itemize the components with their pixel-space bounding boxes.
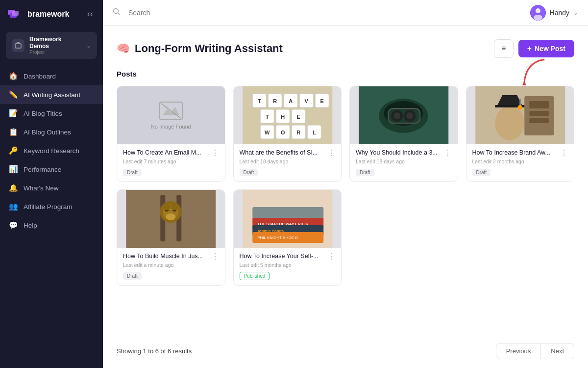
posts-grid: No Image Found How To Create An Email M.… [117, 86, 574, 286]
post-card[interactable]: No Image Found How To Create An Email M.… [117, 86, 225, 182]
nav-label-performance: Performance [24, 166, 61, 173]
post-title: How To Create An Email M... [123, 149, 209, 156]
page-title-emoji: 🧠 [117, 42, 130, 55]
logo-area: bramework [8, 9, 69, 20]
svg-text:H: H [281, 114, 285, 120]
nav-icon-affiliate: 👥 [9, 202, 18, 211]
nav-icon-ai-blog-outlines: 📋 [9, 128, 18, 136]
previous-button[interactable]: Previous [496, 343, 541, 359]
search-input[interactable] [128, 9, 522, 17]
svg-text:R: R [296, 130, 300, 135]
svg-text:A: A [289, 98, 293, 104]
svg-text:PHIL KNIGHT  SHOE D: PHIL KNIGHT SHOE D [257, 236, 298, 240]
plus-icon: + [527, 44, 532, 53]
post-card[interactable]: How To Increase Brand Aw... ⋮ Last edit … [466, 86, 575, 182]
post-title-row: How To Create An Email M... ⋮ [123, 149, 219, 157]
svg-text:O: O [280, 130, 285, 135]
sidebar-item-performance[interactable]: 📊 Performance [0, 160, 103, 179]
nav-icon-help: 💬 [9, 221, 18, 230]
svg-point-51 [495, 106, 524, 140]
svg-rect-49 [529, 111, 549, 116]
user-name: Handy [550, 9, 569, 17]
svg-point-55 [517, 105, 522, 110]
project-selector[interactable]: Bramework Demos Project ⌄ [6, 32, 97, 59]
sidebar-item-dashboard[interactable]: 🏠 Dashboard [0, 67, 103, 85]
nav-label-affiliate: Affiliate Program [24, 203, 73, 210]
project-label: Project [29, 50, 81, 55]
list-view-button[interactable]: ≡ [494, 39, 514, 58]
svg-rect-2 [12, 11, 19, 16]
post-menu-button[interactable]: ⋮ [327, 149, 335, 157]
post-info: How To Increase Your Self-... ⋮ Last edi… [234, 248, 342, 285]
user-chevron-icon: ⌄ [573, 9, 578, 16]
nav-icon-keyword-research: 🔑 [9, 146, 18, 155]
post-title-row: What are the Benefits of SI... ⋮ [240, 149, 336, 157]
post-title-row: How To Build Muscle In Jus... ⋮ [123, 253, 219, 261]
nav-list: 🏠 Dashboard ✏️ AI Writing Assistant 📝 AI… [0, 63, 103, 368]
topbar: Handy ⌄ [103, 0, 588, 26]
svg-rect-48 [529, 101, 549, 108]
post-date: Last edit 7 minutes ago [123, 158, 219, 164]
post-date: Last edit a minute ago [123, 262, 219, 268]
list-view-icon: ≡ [501, 44, 506, 53]
sidebar-header: bramework ‹‹ [0, 0, 103, 28]
logo-text: bramework [27, 10, 69, 19]
post-date: Last edit 5 months ago [240, 262, 336, 268]
post-card[interactable]: Why You Should Include a 3... ⋮ Last edi… [349, 86, 458, 182]
sidebar-item-affiliate[interactable]: 👥 Affiliate Program [0, 197, 103, 216]
post-title: Why You Should Include a 3... [356, 149, 442, 156]
svg-point-65 [163, 203, 171, 210]
svg-text:T: T [257, 98, 261, 104]
new-post-label: New Post [535, 45, 565, 53]
sidebar-item-ai-blog-titles[interactable]: 📝 AI Blog Titles [0, 104, 103, 123]
sidebar-item-ai-writing[interactable]: ✏️ AI Writing Assistant [0, 85, 103, 104]
post-status-badge: Draft [472, 169, 491, 176]
post-card[interactable]: How To Build Muscle In Jus... ⋮ Last edi… [117, 189, 225, 286]
sidebar-item-ai-blog-outlines[interactable]: 📋 AI Blog Outlines [0, 123, 103, 141]
post-thumbnail: TRAVETHEWORL [234, 86, 342, 144]
svg-text:R: R [273, 98, 277, 104]
content-area: 🧠 Long-Form Writing Assistant ≡ + New Po… [103, 26, 588, 334]
avatar-image [530, 5, 546, 21]
post-status-badge: Draft [356, 169, 374, 176]
sidebar-collapse-button[interactable]: ‹‹ [85, 7, 95, 21]
post-card[interactable]: TRAVETHEWORL What are the Benefits of SI… [233, 86, 342, 182]
project-name: Bramework Demos [29, 36, 81, 50]
nav-label-whats-new: What's New [24, 184, 59, 192]
post-title-row: Why You Should Include a 3... ⋮ [356, 149, 452, 157]
post-info: Why You Should Include a 3... ⋮ Last edi… [350, 144, 458, 181]
post-thumbnail [466, 86, 574, 144]
user-area[interactable]: Handy ⌄ [530, 5, 578, 21]
post-date: Last edit 18 days ago [356, 158, 452, 164]
new-post-button[interactable]: + New Post [518, 40, 574, 57]
post-info: How To Increase Brand Aw... ⋮ Last edit … [466, 144, 574, 181]
sidebar-item-keyword-research[interactable]: 🔑 Keyword Research [0, 141, 103, 160]
post-status-badge: Published [240, 272, 270, 280]
header-actions: ≡ + New Post [494, 39, 574, 58]
logo-icon [8, 9, 24, 20]
project-icon [12, 39, 24, 52]
sidebar-item-help[interactable]: 💬 Help [0, 216, 103, 235]
svg-text:V: V [304, 98, 308, 104]
svg-rect-50 [529, 118, 549, 123]
svg-text:E: E [320, 98, 323, 104]
next-button[interactable]: Next [541, 343, 574, 359]
svg-point-44 [393, 112, 400, 119]
avatar [530, 5, 546, 21]
svg-text:L: L [312, 130, 316, 135]
post-menu-button[interactable]: ⋮ [560, 149, 568, 157]
post-card[interactable]: THE STARTUP WAY ERIC RAtomic HabitsPHIL … [233, 189, 342, 286]
svg-point-64 [166, 213, 175, 220]
post-title-row: How To Increase Brand Aw... ⋮ [472, 149, 568, 157]
post-menu-button[interactable]: ⋮ [211, 149, 219, 157]
svg-rect-75 [252, 207, 323, 218]
showing-text: Showing 1 to 6 of 6 results [117, 347, 192, 355]
sidebar-item-whats-new[interactable]: 🔔 What's New [0, 179, 103, 197]
post-menu-button[interactable]: ⋮ [211, 253, 219, 261]
post-menu-button[interactable]: ⋮ [444, 149, 452, 157]
section-label: Posts [117, 70, 574, 78]
svg-text:T: T [265, 114, 269, 120]
post-status-badge: Draft [123, 272, 142, 280]
post-menu-button[interactable]: ⋮ [327, 253, 335, 261]
nav-icon-ai-blog-titles: 📝 [9, 109, 18, 118]
